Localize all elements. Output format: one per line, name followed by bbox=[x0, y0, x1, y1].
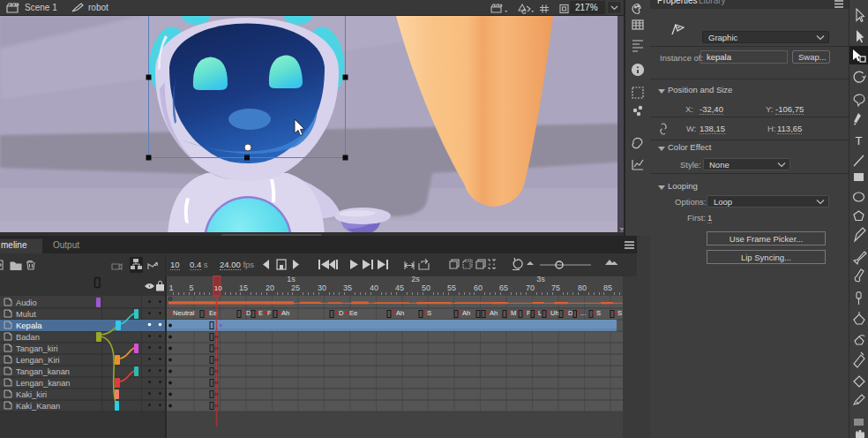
svg-text:Output: Output bbox=[53, 240, 79, 250]
svg-text:Ah: Ah bbox=[396, 309, 404, 317]
svg-text:80: 80 bbox=[578, 283, 587, 292]
svg-text:75: 75 bbox=[551, 283, 560, 292]
svg-text:Ee: Ee bbox=[349, 309, 357, 317]
svg-text:35: 35 bbox=[343, 283, 352, 292]
svg-text:85: 85 bbox=[603, 283, 612, 292]
svg-text:30: 30 bbox=[318, 283, 326, 292]
svg-text:40: 40 bbox=[370, 283, 378, 292]
svg-text:Ah: Ah bbox=[462, 309, 470, 317]
svg-text:Tangan_kiri: Tangan_kiri bbox=[16, 344, 58, 353]
svg-text:Tangan_kanan: Tangan_kanan bbox=[16, 367, 70, 376]
svg-text:20: 20 bbox=[266, 283, 274, 292]
svg-text:Kaki_Kanan: Kaki_Kanan bbox=[16, 402, 60, 411]
svg-text:...: ... bbox=[580, 309, 586, 317]
svg-text:D: D bbox=[568, 309, 573, 317]
svg-text:10: 10 bbox=[214, 284, 222, 292]
svg-text:F: F bbox=[267, 309, 272, 317]
svg-text:1: 1 bbox=[168, 283, 173, 292]
svg-text:5: 5 bbox=[189, 283, 193, 292]
svg-text:Lengan_kanan: Lengan_kanan bbox=[16, 379, 71, 388]
svg-text:S: S bbox=[596, 309, 601, 317]
svg-text:S: S bbox=[617, 309, 622, 317]
svg-text:Ah: Ah bbox=[490, 309, 498, 317]
svg-text:Audio: Audio bbox=[16, 298, 37, 307]
svg-text:meline: meline bbox=[1, 240, 27, 250]
svg-text:L: L bbox=[538, 309, 542, 317]
svg-text:Kepala: Kepala bbox=[16, 321, 42, 330]
svg-text:D: D bbox=[339, 309, 344, 317]
svg-text:Neutral: Neutral bbox=[173, 309, 195, 317]
svg-text:S: S bbox=[427, 309, 431, 317]
svg-text:Mulut: Mulut bbox=[16, 310, 36, 319]
svg-text:65: 65 bbox=[499, 283, 508, 292]
svg-text:Kaki_kiri: Kaki_kiri bbox=[16, 390, 47, 399]
svg-text:D: D bbox=[246, 309, 251, 317]
svg-text:70: 70 bbox=[526, 283, 535, 292]
svg-text:50: 50 bbox=[422, 283, 430, 292]
svg-text:Ah: Ah bbox=[281, 309, 289, 317]
svg-text:15: 15 bbox=[239, 283, 248, 292]
svg-text:60: 60 bbox=[474, 283, 483, 292]
svg-text:M: M bbox=[511, 309, 516, 317]
svg-text:Uh: Uh bbox=[550, 309, 559, 317]
svg-text:T: T bbox=[856, 134, 863, 147]
svg-text:Lengan_Kiri: Lengan_Kiri bbox=[16, 356, 60, 365]
svg-text:Badan: Badan bbox=[16, 333, 40, 342]
svg-text:55: 55 bbox=[447, 283, 456, 292]
svg-text:E: E bbox=[258, 309, 263, 317]
svg-text:25: 25 bbox=[291, 283, 300, 292]
svg-text:F: F bbox=[527, 309, 531, 317]
svg-text:45: 45 bbox=[395, 283, 404, 292]
